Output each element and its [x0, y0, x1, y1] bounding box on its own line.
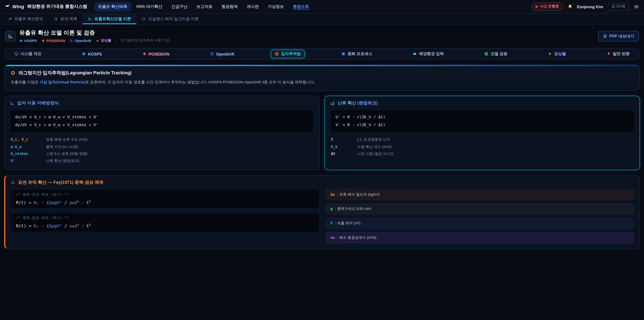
legend-term: R	[331, 137, 358, 141]
fay-formula-column: /* 중력-관성 체제 (초기) */R(t) = K₁ · (ΔρgV² / …	[11, 189, 319, 243]
diamond-icon	[82, 52, 86, 56]
logo-text: Wing	[12, 4, 24, 9]
governing-card-title-row: 입자 이동 지배방정식	[10, 101, 314, 106]
legend-term: U_stokes	[11, 152, 46, 156]
tab-validation[interactable]: 모델 검증	[480, 50, 512, 58]
wing-logo-icon	[5, 4, 10, 9]
brand-title: 해양환경 위기대응 통합시스템	[27, 4, 87, 10]
tab-kosps[interactable]: KOSPS	[78, 50, 106, 58]
intro-title-row: 라그랑지안 입자추적법(Lagrangian Particle Tracking…	[11, 70, 634, 76]
legend-row: α·U_w풍력 기여 (α ≈ 0.03)	[10, 143, 314, 151]
legend-term: U'	[11, 159, 46, 163]
notifications-bell-icon[interactable]	[568, 4, 572, 9]
turbulence-card: 난류 확산 (랜덤워크) U' = R · √(2K_h / Δt) V' = …	[324, 96, 640, 170]
subtab-model-theory[interactable]: 유출유확산모델 이론	[82, 14, 136, 24]
nav-bulletin-board[interactable]: 게시판	[242, 2, 263, 11]
param-term: V	[330, 221, 332, 225]
menu-icon[interactable]	[634, 4, 639, 9]
diamond-icon	[19, 39, 23, 43]
fay-param-volume: V: 유출 체적 (m³)	[326, 218, 634, 229]
governing-equation-card: 입자 이동 지배방정식 dx/dt = U_c + α·U_w + U_stok…	[4, 96, 320, 170]
incident-dot-icon	[536, 6, 538, 8]
pdf-export-button[interactable]: PDF 내보내기	[598, 31, 639, 42]
badge-ensemble-label: 앙상블	[100, 38, 111, 43]
tab-opendrift[interactable]: OpenDrift	[206, 50, 238, 58]
tab-validation-label: 모델 검증	[490, 51, 508, 57]
nav-emergency-rescue[interactable]: 긴급구난	[167, 2, 192, 11]
legend-desc: 표층 해류·조류 속도 (m/s)	[46, 137, 313, 142]
badge-poseidon: POSEIDON	[41, 39, 65, 43]
fay-card-title-row: 표면 유막 확산 — Fay(1971) 중력-점성 체제	[11, 179, 634, 185]
badge-kosps-label: KOSPS	[24, 39, 37, 43]
legend-desc: 풍력 기여 (α ≈ 0.03)	[46, 144, 313, 149]
param-term: Δρ	[330, 192, 335, 196]
square-icon	[342, 52, 346, 56]
set-square-icon	[88, 17, 92, 21]
dot-icon	[41, 39, 45, 43]
legend-term: Δt	[331, 152, 358, 156]
legend-row: R[-1, 1] 균등분포 난수	[330, 136, 634, 143]
fay-formula-block: /* 중력-점성 체제 (후기) */R(t) = K₂ · (ΔρgV² / …	[11, 212, 319, 232]
rocket-icon	[606, 52, 611, 56]
tab-system-overview[interactable]: 시스템 개요	[10, 50, 46, 58]
legend-row: U_stokes스토크스 표류 (파랑 영향)	[10, 151, 314, 158]
ring-icon	[275, 52, 279, 56]
set-square-icon	[10, 101, 14, 106]
tab-ocean-env[interactable]: 해양환경 입력	[409, 50, 448, 58]
main-nav: 유출유 확산예측HNS·대기확산긴급구난보고자료항공탐색게시판기상정보통합조회	[94, 2, 313, 11]
nav-aerial-search[interactable]: 항공탐색	[217, 2, 242, 11]
sub-tab-bar: 유출유 확산분석분석 목록유출유확산모델 이론오일펜스 배치 알고리즘 이론	[0, 14, 644, 25]
model-badges: KOSPSPOSEIDONOpenDrift앙상블 라그랑지안 입자추적 이론 …	[19, 38, 170, 43]
tab-roadmap[interactable]: 발전 방향	[602, 50, 634, 58]
subtab-spill-analysis[interactable]: 유출유 확산분석	[2, 14, 48, 24]
orange-ring-icon	[11, 71, 15, 75]
tab-weathering[interactable]: 풍화 프로세스	[337, 50, 376, 58]
page-header: 유출유 확산 모델 이론 및 검증 KOSPSPOSEIDONOpenDrift…	[0, 25, 644, 47]
fay-formula-block: /* 중력-관성 체제 (초기) */R(t) = K₁ · (ΔρgV² / …	[11, 189, 319, 209]
logout-button[interactable]: 로그아웃	[608, 3, 629, 11]
intro-panel: 라그랑지안 입자추적법(Lagrangian Particle Tracking…	[4, 65, 640, 91]
legend-row: U'난류 확산 (랜덤워크)	[10, 158, 314, 165]
badge-opendrift-label: OpenDrift	[75, 39, 91, 43]
governing-card-title: 입자 이동 지배방정식	[17, 101, 59, 106]
dot-icon	[142, 52, 146, 56]
intro-description: 유출유를 수많은 가상 입자(Virtual Particle)로 표현하며, …	[11, 79, 634, 85]
pdf-export-label: PDF 내보내기	[610, 34, 634, 39]
intro-desc-part: 가상 입자(Virtual Particle)	[40, 80, 85, 84]
subtab-oilfence-theory-label: 오일펜스 배치 알고리즘 이론	[148, 16, 199, 22]
list-icon	[54, 17, 58, 21]
cloud-icon	[413, 52, 417, 56]
tab-roadmap-label: 발전 방향	[613, 51, 630, 57]
subtab-analysis-list[interactable]: 분석 목록	[48, 14, 82, 24]
navbar-right: 사고 진행중 Eunjeong Kim 로그아웃	[532, 3, 639, 11]
brand: Wing 해양환경 위기대응 통합시스템	[5, 4, 87, 10]
fay-parameter-column: Δρ: 유류-해수 밀도차 (kg/m³)g: 중력가속도 9.81 m/s²V…	[326, 189, 634, 243]
nav-hns-air-dispersion[interactable]: HNS·대기확산	[132, 2, 166, 11]
fay-formula: R(t) = K₂ · (ΔρgV² / νw)⅙ · t¼	[16, 223, 314, 228]
tab-ensemble[interactable]: 앙상블	[544, 50, 570, 58]
tab-system-overview-label: 시스템 개요	[20, 51, 41, 57]
nav-report-materials[interactable]: 보고자료	[192, 2, 217, 11]
nav-weather-info[interactable]: 기상정보	[264, 2, 288, 11]
tab-poseidon[interactable]: POSEIDON	[138, 50, 174, 58]
subtab-model-theory-label: 유출유확산모델 이론	[94, 16, 131, 22]
nav-integrated-query[interactable]: 통합조회	[289, 2, 313, 11]
tab-particle-tracking[interactable]: 입자추적법	[271, 50, 305, 58]
monitor-icon	[14, 52, 18, 56]
legend-row: U_c, V_c표층 해류·조류 속도 (m/s)	[10, 136, 314, 143]
subtab-oilfence-theory[interactable]: 오일펜스 배치 알고리즘 이론	[136, 14, 204, 24]
turbulence-legend: R[-1, 1] 균등분포 난수K_h수평 확산 계수 (m²/s)Δt시간 스…	[330, 136, 634, 158]
fay-grid: /* 중력-관성 체제 (초기) */R(t) = K₁ · (ΔρgV² / …	[11, 189, 634, 243]
fay-param-gravity: g: 중력가속도 9.81 m/s²	[326, 203, 634, 214]
bolt-icon	[96, 39, 99, 43]
param-desc: : 유류-해수 밀도차 (kg/m³)	[337, 192, 380, 197]
tab-weathering-label: 풍화 프로세스	[348, 51, 372, 57]
page-icon-tile	[5, 31, 16, 42]
nav-oil-spill-forecast[interactable]: 유출유 확산예측	[94, 2, 132, 11]
legend-term: K_h	[331, 144, 358, 149]
legend-row: K_h수평 확산 계수 (m²/s)	[330, 143, 634, 151]
equation-cards-row: 입자 이동 지배방정식 dx/dt = U_c + α·U_w + U_stok…	[4, 96, 640, 170]
legend-term: α·U_w	[11, 144, 46, 149]
fay-card-title: 표면 유막 확산 — Fay(1971) 중력-점성 체제	[18, 179, 104, 185]
subtab-spill-analysis-label: 유출유 확산분석	[14, 16, 43, 22]
